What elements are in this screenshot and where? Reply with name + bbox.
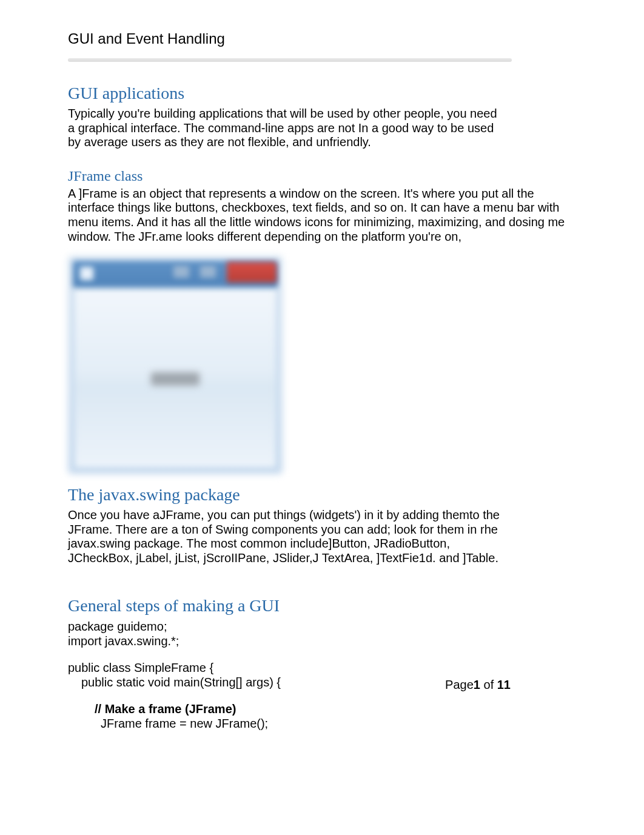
jframe-center-button bbox=[151, 372, 200, 386]
window-icon bbox=[80, 267, 93, 280]
code-line: public class SimpleFrame { bbox=[68, 660, 644, 675]
heading-general-steps: General steps of making a GUI bbox=[68, 596, 644, 615]
horizontal-rule bbox=[68, 58, 512, 62]
page-total: 11 bbox=[497, 678, 511, 691]
page-number: Page1 of 11 bbox=[445, 678, 511, 692]
code-line: public static void main(String[] args) { bbox=[68, 675, 644, 689]
heading-gui-applications: GUI applications bbox=[68, 84, 644, 103]
code-line: package guidemo; bbox=[68, 619, 644, 634]
code-block: package guidemo; import javax.swing.*; p… bbox=[68, 619, 644, 731]
document-title: GUI and Event Handling bbox=[68, 30, 644, 47]
code-line: import javax.swing.*; bbox=[68, 634, 644, 648]
page-label: Page bbox=[445, 678, 474, 691]
paragraph-jframe-class: A ]Frame is an object that represents a … bbox=[68, 187, 583, 244]
document-page: GUI and Event Handling GUI applications … bbox=[0, 0, 644, 731]
minimize-maximize-icons bbox=[173, 266, 222, 279]
heading-javax-swing: The javax.swing package bbox=[68, 485, 644, 505]
close-icon bbox=[227, 262, 277, 283]
page-current: 1 bbox=[474, 678, 480, 691]
page-of: of bbox=[480, 678, 497, 691]
paragraph-javax-swing: Once you have aJFrame, you can put thing… bbox=[68, 508, 517, 565]
code-line: JFrame frame = new JFrame(); bbox=[68, 716, 644, 731]
jframe-window-illustration bbox=[68, 256, 283, 474]
code-comment-line: // Make a frame (JFrame) bbox=[68, 702, 644, 716]
heading-jframe-class: JFrame class bbox=[68, 168, 644, 184]
paragraph-gui-applications: Typically you're building applications t… bbox=[68, 107, 505, 150]
